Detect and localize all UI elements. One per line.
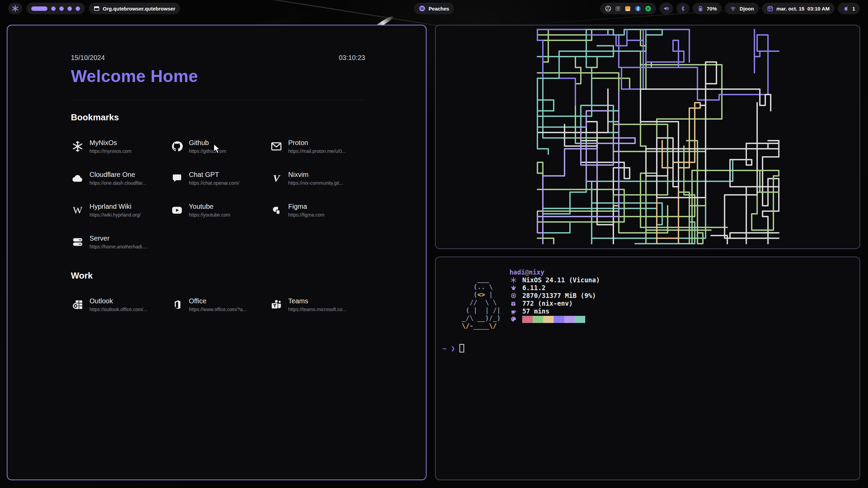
- tux-ascii-art: ___ (.. \ (<> | // \ \ ( | | /| _/\ __)/…: [462, 275, 500, 330]
- palette-icon: [509, 316, 517, 322]
- calendar-icon: [767, 5, 773, 12]
- battery-icon: [697, 5, 704, 12]
- bookmark-server[interactable]: Server https://home.anotherhadi....: [71, 232, 170, 251]
- shell-prompt[interactable]: ~ ❯: [442, 344, 464, 352]
- divider: [71, 100, 365, 100]
- memory-chip-icon: [509, 292, 517, 299]
- palette-row: [509, 315, 600, 323]
- palette-swatch: [554, 316, 564, 323]
- nixos-logo-icon: [12, 5, 19, 12]
- bookmark-chatgpt[interactable]: Chat GPT https://chat.openai.com/: [170, 169, 270, 188]
- active-window-title: Org.qutebrowser.qutebrowser: [103, 6, 175, 12]
- media-track-label: Peaches: [429, 6, 449, 12]
- bookmark-hyprland-wiki[interactable]: W Hyprland Wiki https://wiki.hyprland.or…: [71, 201, 170, 220]
- work-grid: Outlook https://outlook.office.com/... O…: [71, 295, 365, 314]
- notifications-widget[interactable]: 1: [838, 3, 860, 14]
- status-bar: Org.qutebrowser.qutebrowser Peaches: [0, 2, 868, 15]
- volume-widget[interactable]: [659, 3, 673, 14]
- network-widget[interactable]: Djoon: [725, 3, 759, 14]
- palette-swatch: [575, 316, 585, 323]
- nixvim-v-icon: V: [270, 172, 283, 184]
- terminal-color-palette: [522, 316, 585, 323]
- clock-date: mar. oct. 15: [776, 6, 805, 12]
- bluetooth-icon: [680, 5, 686, 12]
- uptime-row: 57 mins: [509, 307, 600, 315]
- workspace-1[interactable]: [31, 6, 47, 11]
- workspace-4[interactable]: [67, 6, 72, 11]
- palette-swatch: [522, 316, 533, 323]
- network-ssid: Djoon: [739, 6, 754, 12]
- clock-widget[interactable]: mar. oct. 15 03:10 AM: [762, 3, 834, 14]
- bluetooth-widget[interactable]: [676, 3, 689, 14]
- fastfetch-terminal-window: ___ (.. \ (<> | // \ \ ( | | /| _/\ __)/…: [435, 257, 860, 480]
- qutebrowser-window: 15/10/2024 03:10:23 Welcome Home Bookmar…: [7, 25, 427, 480]
- keepassxc-tray-icon[interactable]: [615, 6, 621, 12]
- wikipedia-w-icon: W: [71, 204, 84, 216]
- workspaces-widget: [26, 3, 85, 14]
- palette-swatch: [564, 316, 575, 323]
- github-icon: [170, 140, 184, 152]
- username: hadi: [509, 268, 525, 276]
- teams-icon: [270, 299, 283, 311]
- palette-swatch: [533, 316, 543, 323]
- bluetooth-manager-tray-icon[interactable]: [635, 5, 641, 12]
- bookmark-mynixos[interactable]: MyNixOs https://mynixos.com: [71, 137, 170, 156]
- cloud-icon: [71, 172, 84, 185]
- nixos-snowflake-icon: [71, 140, 84, 152]
- obs-tray-icon[interactable]: [605, 5, 611, 12]
- os-row: NixOS 24.11 (Vicuna): [509, 276, 600, 284]
- speaker-icon: [663, 5, 670, 12]
- package-icon: [509, 301, 517, 307]
- coffee-cup-icon: [509, 308, 517, 314]
- outlook-icon: [71, 299, 84, 311]
- bookmark-cloudflare-one[interactable]: Cloudflare One https://one.dash.cloudfla…: [71, 169, 170, 188]
- bookmark-figma[interactable]: Figma https://figma.com: [270, 201, 365, 220]
- spotify-icon: [419, 5, 426, 12]
- battery-widget[interactable]: 70%: [693, 3, 722, 14]
- palette-swatch: [543, 316, 554, 323]
- wifi-icon: [730, 5, 736, 12]
- bookmark-teams[interactable]: Teams https://teams.microsoft.co...: [270, 295, 365, 314]
- mouse-cursor: [213, 144, 222, 154]
- status-right-group: 70% Djoon mar. oct. 15 03:10 AM 1: [600, 3, 860, 14]
- memory-row: 2870/31377 MiB (9%): [509, 292, 600, 300]
- mail-envelope-icon: [270, 140, 283, 152]
- bookmark-proton[interactable]: Proton https://mail.proton.me/u/0...: [270, 137, 365, 156]
- office-icon: [170, 299, 184, 311]
- startpage-content: 15/10/2024 03:10:23 Welcome Home Bookmar…: [71, 25, 365, 314]
- figma-icon: [270, 204, 283, 216]
- work-heading: Work: [71, 270, 365, 281]
- prompt-symbol: ❯: [451, 344, 455, 352]
- bookmarks-grid: MyNixOs https://mynixos.com Github https…: [71, 137, 365, 251]
- clock-time: 03:10 AM: [807, 6, 829, 12]
- workspace-2[interactable]: [51, 6, 56, 11]
- notification-count: 1: [852, 6, 855, 12]
- packages-row: 772 (nix-env): [509, 300, 600, 307]
- bookmark-office[interactable]: Office https://www.office.com/?a...: [170, 295, 270, 314]
- bell-icon: [843, 5, 849, 12]
- workspace-indicators[interactable]: [31, 6, 80, 11]
- youtube-icon: [170, 204, 184, 216]
- media-player-pill[interactable]: Peaches: [414, 3, 454, 14]
- hostname: nixy: [529, 268, 545, 276]
- startpage-date: 15/10/2024: [71, 54, 105, 62]
- terminal-cursor: [459, 344, 464, 352]
- fastfetch-output: ___ (.. \ (<> | // \ \ ( | | /| _/\ __)/…: [462, 268, 600, 330]
- launcher-button[interactable]: [8, 3, 22, 14]
- files-tray-icon[interactable]: [625, 5, 631, 12]
- workspace-3[interactable]: [59, 6, 64, 11]
- spotify-tray-icon[interactable]: [645, 5, 651, 12]
- chat-bubble-icon: [170, 172, 184, 184]
- workspace-5[interactable]: [76, 6, 80, 11]
- prompt-cwd: ~: [442, 344, 447, 352]
- startpage-time: 03:10:23: [339, 54, 365, 62]
- bookmark-nixvim[interactable]: V Nixvim https://nix-community.git...: [270, 169, 365, 188]
- pipes-terminal-window: [435, 25, 860, 249]
- bookmark-youtube[interactable]: Youtube https://youtube.com: [170, 201, 270, 220]
- active-window-pill[interactable]: Org.qutebrowser.qutebrowser: [89, 3, 180, 14]
- bookmark-outlook[interactable]: Outlook https://outlook.office.com/...: [71, 295, 170, 314]
- user-host-line: hadi@nixy: [509, 268, 600, 276]
- system-tray: [600, 3, 656, 14]
- pipes-canvas: [436, 25, 860, 248]
- snowflake-icon: [509, 277, 517, 283]
